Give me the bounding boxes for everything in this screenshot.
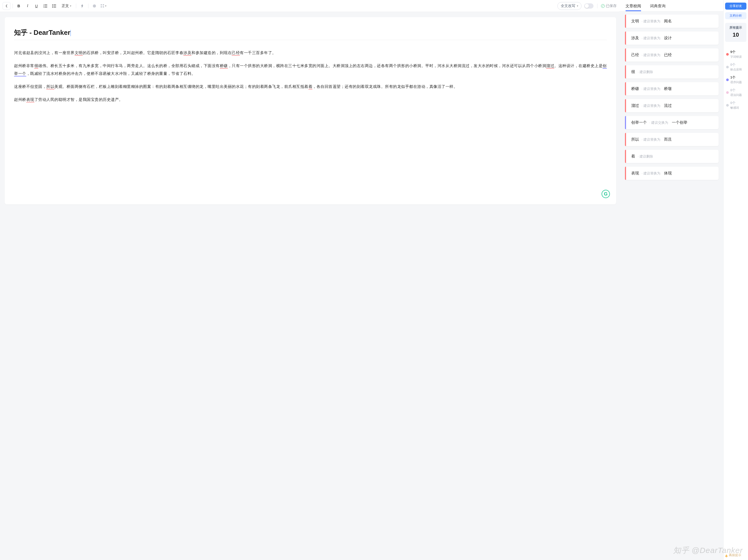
suggestion-hint: 建议删除 (638, 70, 653, 74)
svg-rect-7 (101, 4, 102, 5)
suggestion-replacement: 而且 (664, 137, 672, 142)
all-hints-box[interactable]: 所有提示 10 (725, 23, 746, 42)
error-underline[interactable]: 很 (34, 64, 39, 69)
suggestion-card[interactable]: 表现建议替换为体现 (625, 167, 719, 180)
svg-rect-8 (103, 4, 104, 5)
paragraph[interactable]: 这座桥不但坚固，所以美观。桥面两侧有石栏，栏板上雕刻着糊里糊涂的图案：有的刻着两… (14, 83, 607, 91)
suggestion-word: 创举一个 (631, 120, 647, 125)
suggestion-replacement: 流过 (664, 103, 672, 108)
suggestion-word: 涉及 (631, 35, 639, 41)
suggestion-hint: 建议替换为 (641, 137, 660, 142)
paragraph[interactable]: 赵州桥非常很雄伟。桥长五十多米，有九米多宽，中间行车马，两旁走人。这么长的桥，全… (14, 62, 607, 77)
category-label: 语序问题 (730, 80, 742, 84)
unordered-list-button[interactable] (50, 2, 58, 10)
suggestion-word: 很 (631, 69, 635, 74)
lightning-button[interactable] (78, 2, 86, 10)
suggestion-card[interactable]: 己经建议替换为已经 (625, 48, 719, 62)
category-count: 0个 (730, 63, 742, 67)
suggestion-card[interactable]: 很建议删除 (625, 65, 719, 78)
share-button[interactable]: 分享好友 (725, 3, 746, 9)
svg-point-5 (52, 7, 53, 7)
caret-down-icon: ▾ (105, 4, 107, 7)
category-label: 语法问题 (730, 93, 742, 97)
suggestion-card[interactable]: 所以建议替换为而且 (625, 133, 719, 146)
suggestion-card[interactable]: 桥礅建议替换为桥墩 (625, 82, 719, 95)
underline-button[interactable]: U (32, 2, 40, 10)
error-underline[interactable]: 己经 (232, 50, 240, 56)
svg-point-6 (93, 4, 96, 7)
document-title[interactable]: 知乎 - DearTanker (14, 28, 607, 40)
svg-point-4 (52, 5, 53, 6)
suggestion-replacement: 体现 (664, 171, 672, 176)
tab-proofread[interactable]: 文章校阅 (626, 4, 641, 11)
category-label: 敏感词 (730, 106, 739, 110)
svg-rect-10 (103, 6, 104, 7)
toolbar: B I U 123 正文▾ ▾ (0, 0, 619, 12)
bold-button[interactable]: B (15, 2, 23, 10)
italic-button[interactable]: I (24, 2, 31, 10)
circle-button[interactable] (91, 2, 98, 10)
dot-icon (726, 53, 729, 56)
suggestion-card[interactable]: 文明建议替换为闻名 (625, 15, 719, 28)
document[interactable]: 知乎 - DearTanker 河北省赵县的洨河上，有一座世界文明的石拱桥，叫安… (5, 17, 616, 204)
suggestion-card[interactable]: 着建议删除 (625, 150, 719, 163)
category-row: 0个标点误用 (726, 63, 746, 72)
error-underline[interactable]: 文明 (75, 50, 83, 56)
mode-toggle[interactable] (584, 3, 593, 8)
error-underline[interactable]: 着 (308, 84, 312, 90)
suggestion-card[interactable]: 溜过建议替换为流过 (625, 99, 719, 112)
grid-button[interactable]: ▾ (99, 2, 107, 10)
category-count: 0个 (730, 88, 742, 93)
suggestion-replacement: 已经 (664, 52, 672, 57)
lightning-icon (80, 4, 84, 8)
error-underline[interactable]: 表现 (26, 97, 34, 102)
suggestion-hint: 建议替换为 (641, 19, 660, 24)
paragraph[interactable]: 赵州桥表现了劳动人民的聪明才智，是我国宝贵的历史遗产。 (14, 96, 607, 103)
error-underline[interactable]: 桥礅 (220, 64, 228, 69)
category-row[interactable]: 9个字词错误 (726, 50, 746, 59)
error-underline[interactable]: 所以 (46, 84, 54, 90)
category-count: 1个 (730, 75, 742, 80)
suggestion-list[interactable]: 文明建议替换为闻名涉及建议替换为设计己经建议替换为已经很建议删除桥礅建议替换为桥… (619, 11, 723, 560)
category-row[interactable]: 1个语序问题 (726, 75, 746, 84)
tab-dictionary[interactable]: 词典查询 (650, 4, 665, 11)
dot-icon (726, 66, 729, 68)
grammarly-badge[interactable]: G (602, 190, 610, 198)
category-row: 0个敏感词 (726, 101, 746, 110)
suggestion-card[interactable]: 涉及建议替换为设计 (625, 31, 719, 45)
category-label: 字词错误 (730, 55, 742, 59)
error-underline[interactable]: 涉及 (183, 50, 191, 56)
svg-rect-9 (101, 6, 102, 7)
style-dropdown[interactable]: 正文▾ (59, 2, 74, 10)
suggestion-hint: 建议替换为 (641, 103, 660, 108)
editor-column: B I U 123 正文▾ ▾ (0, 0, 619, 560)
suggestion-hint: 建议替换为 (641, 171, 660, 176)
document-scroll[interactable]: 知乎 - DearTanker 河北省赵县的洨河上，有一座世界文明的石拱桥，叫安… (0, 12, 619, 560)
advanced-hints[interactable]: 高级提示 (725, 553, 746, 557)
suggestion-replacement: 设计 (664, 35, 672, 41)
rewrite-dropdown[interactable]: 全文改写 ▾ (557, 2, 582, 10)
category-label: 标点误用 (730, 68, 742, 72)
check-circle-icon: ✓ (601, 4, 605, 8)
grid-icon (100, 4, 104, 8)
suggestion-hint: 建议交换为 (650, 120, 668, 125)
analyze-button[interactable]: 文档分析 (725, 12, 746, 19)
back-button[interactable] (3, 2, 10, 10)
ordered-list-icon: 123 (43, 4, 47, 8)
suggestion-replacement: 一个创举 (672, 120, 687, 125)
error-underline[interactable]: 溜过 (546, 64, 554, 69)
ordered-list-button[interactable]: 123 (41, 2, 49, 10)
suggestion-hint: 建议替换为 (641, 53, 660, 57)
suggestion-word: 溜过 (631, 103, 639, 108)
suggestion-column: 文章校阅 词典查询 文明建议替换为闻名涉及建议替换为设计己经建议替换为已经很建议… (619, 0, 723, 560)
suggestion-hint: 建议替换为 (641, 87, 660, 91)
suggestion-card[interactable]: 创举一个建议交换为一个创举 (625, 116, 719, 129)
dot-icon (726, 91, 729, 94)
circle-icon (92, 4, 96, 8)
suggestion-replacement: 桥墩 (664, 86, 672, 91)
unordered-list-icon (52, 4, 56, 8)
suggestion-replacement: 闻名 (664, 19, 672, 24)
mid-tabs: 文章校阅 词典查询 (619, 0, 723, 11)
paragraph[interactable]: 河北省赵县的洨河上，有一座世界文明的石拱桥，叫安济桥，又叫赵州桥。它是隋朝的石匠… (14, 49, 607, 57)
dot-icon (726, 104, 729, 106)
